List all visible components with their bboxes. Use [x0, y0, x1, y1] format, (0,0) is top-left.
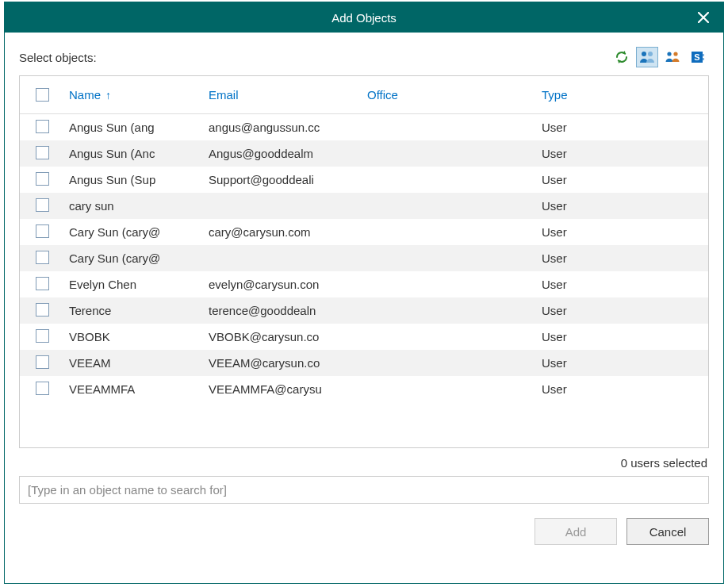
- row-checkbox[interactable]: [36, 382, 49, 395]
- table-row[interactable]: VEEAMVEEAM@carysun.coUser: [20, 350, 708, 376]
- objects-table: Name ↑ Email Office Type Angus Sun (anga…: [19, 75, 709, 448]
- top-row: Select objects:: [19, 47, 709, 67]
- table-body: Angus Sun (angangus@angussun.ccUserAngus…: [20, 114, 708, 447]
- column-office[interactable]: Office: [359, 88, 534, 102]
- row-checkbox[interactable]: [36, 355, 49, 369]
- cell-type: User: [534, 121, 692, 134]
- svg-point-3: [673, 52, 677, 56]
- column-name[interactable]: Name ↑: [69, 88, 201, 102]
- row-checkbox-cell: [20, 120, 69, 136]
- column-email[interactable]: Email: [201, 88, 359, 102]
- column-type[interactable]: Type: [534, 88, 692, 102]
- row-checkbox-cell: [20, 198, 69, 214]
- cell-type: User: [534, 304, 692, 317]
- cell-type: User: [534, 225, 692, 239]
- table-row[interactable]: cary sunUser: [20, 193, 708, 219]
- selection-status: 0 users selected: [19, 448, 709, 476]
- table-row[interactable]: Angus Sun (angangus@angussun.ccUser: [20, 114, 708, 140]
- close-icon: [698, 12, 709, 23]
- cell-email: VEEAM@carysun.co: [201, 356, 359, 370]
- row-checkbox[interactable]: [36, 251, 49, 264]
- svg-text:S: S: [694, 52, 699, 62]
- row-checkbox-cell: [20, 172, 69, 188]
- sort-ascending-icon: ↑: [105, 89, 111, 102]
- row-checkbox[interactable]: [36, 303, 49, 317]
- column-office-label: Office: [367, 88, 398, 102]
- row-checkbox[interactable]: [36, 329, 49, 343]
- cell-name: VEEAMMFA: [69, 382, 201, 396]
- close-button[interactable]: [692, 6, 715, 29]
- cell-email: angus@angussun.cc: [201, 121, 359, 134]
- refresh-button[interactable]: [611, 47, 633, 67]
- cell-type: User: [534, 382, 692, 396]
- cell-name: Evelyn Chen: [69, 278, 201, 291]
- add-objects-dialog: Add Objects Select objects:: [4, 2, 724, 584]
- row-checkbox[interactable]: [36, 277, 49, 290]
- cell-name: Angus Sun (Anc: [69, 147, 201, 160]
- cell-email: Support@gooddeali: [201, 173, 359, 186]
- row-checkbox[interactable]: [36, 146, 49, 159]
- cell-type: User: [534, 356, 692, 370]
- cell-name: VBOBK: [69, 330, 201, 343]
- add-button[interactable]: Add: [535, 518, 617, 545]
- cell-name: Terence: [69, 304, 201, 317]
- row-checkbox-cell: [20, 303, 69, 319]
- row-checkbox-cell: [20, 251, 69, 267]
- table-row[interactable]: Terenceterence@gooddealnUser: [20, 297, 708, 324]
- table-row[interactable]: VEEAMMFAVEEAMMFA@carysuUser: [20, 376, 708, 402]
- dialog-title: Add Objects: [331, 11, 397, 25]
- column-email-label: Email: [209, 88, 239, 102]
- cell-type: User: [534, 173, 692, 186]
- svg-point-0: [642, 52, 646, 56]
- cell-type: User: [534, 147, 692, 160]
- dialog-body: Select objects:: [5, 33, 723, 583]
- row-checkbox[interactable]: [36, 172, 49, 186]
- cancel-button[interactable]: Cancel: [626, 518, 709, 545]
- table-row[interactable]: VBOBKVBOBK@carysun.coUser: [20, 324, 708, 350]
- cell-type: User: [534, 278, 692, 291]
- table-row[interactable]: Evelyn Chenevelyn@carysun.conUser: [20, 271, 708, 297]
- users-filter-button[interactable]: [636, 47, 658, 67]
- cell-name: Cary Sun (cary@: [69, 251, 201, 265]
- svg-point-2: [667, 52, 671, 56]
- cell-email: VBOBK@carysun.co: [201, 330, 359, 343]
- row-checkbox-cell: [20, 382, 69, 397]
- table-row[interactable]: Angus Sun (SupSupport@gooddealiUser: [20, 167, 708, 193]
- table-row[interactable]: Angus Sun (AncAngus@gooddealmUser: [20, 140, 708, 167]
- cell-email: terence@gooddealn: [201, 304, 359, 317]
- row-checkbox-cell: [20, 146, 69, 162]
- row-checkbox[interactable]: [36, 120, 49, 133]
- groups-filter-button[interactable]: [661, 47, 684, 67]
- search-input[interactable]: [19, 476, 709, 504]
- select-all-checkbox[interactable]: [36, 88, 49, 102]
- cell-email: VEEAMMFA@carysu: [201, 382, 359, 396]
- titlebar: Add Objects: [5, 2, 723, 33]
- cell-name: cary sun: [69, 199, 201, 213]
- cell-name: Angus Sun (Sup: [69, 173, 201, 186]
- header-checkbox-cell: [20, 88, 69, 102]
- row-checkbox-cell: [20, 355, 69, 371]
- sharepoint-icon: S: [690, 49, 706, 65]
- users-icon: [638, 49, 656, 65]
- row-checkbox[interactable]: [36, 224, 49, 238]
- table-header: Name ↑ Email Office Type: [20, 76, 708, 114]
- cell-type: User: [534, 199, 692, 213]
- cell-name: VEEAM: [69, 356, 201, 370]
- cell-email: evelyn@carysun.con: [201, 278, 359, 291]
- table-row[interactable]: Cary Sun (cary@cary@carysun.comUser: [20, 219, 708, 245]
- column-name-label: Name: [69, 88, 101, 102]
- toolbar: S: [611, 47, 709, 67]
- svg-point-1: [648, 52, 653, 56]
- table-row[interactable]: Cary Sun (cary@User: [20, 245, 708, 271]
- sharepoint-filter-button[interactable]: S: [687, 47, 709, 67]
- cell-email: Angus@gooddealm: [201, 147, 359, 160]
- cell-name: Angus Sun (ang: [69, 121, 201, 134]
- row-checkbox[interactable]: [36, 198, 49, 212]
- cell-type: User: [534, 251, 692, 265]
- cell-email: cary@carysun.com: [201, 225, 359, 239]
- row-checkbox-cell: [20, 277, 69, 293]
- refresh-icon: [614, 49, 630, 65]
- row-checkbox-cell: [20, 224, 69, 240]
- cell-name: Cary Sun (cary@: [69, 225, 201, 239]
- row-checkbox-cell: [20, 329, 69, 345]
